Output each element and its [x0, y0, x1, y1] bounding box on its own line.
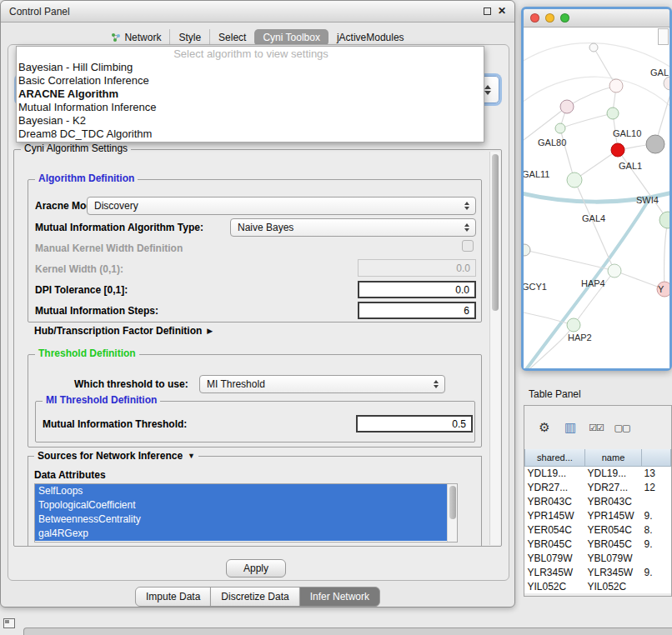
- mi-steps-input[interactable]: [358, 302, 476, 319]
- aracne-mode-combobox[interactable]: Discovery: [87, 197, 476, 215]
- node-label: GAL10: [613, 128, 641, 138]
- network-node[interactable]: [611, 143, 624, 157]
- deselect-all-icon[interactable]: ▢▢: [612, 418, 632, 438]
- table-row[interactable]: YBL079WYBL079W: [525, 551, 671, 565]
- algorithm-option[interactable]: Mutual Information Inference: [17, 101, 484, 114]
- network-node[interactable]: [664, 77, 669, 90]
- select-all-icon[interactable]: ☑☑: [586, 418, 606, 438]
- algorithm-option[interactable]: ARACNE Algorithm: [17, 88, 484, 101]
- sources-expander[interactable]: Sources for Network Inference ▼: [34, 450, 198, 462]
- network-node[interactable]: [589, 43, 598, 52]
- table-cell: YER054C: [585, 522, 642, 537]
- panel-dock-icon[interactable]: [3, 618, 15, 628]
- network-node[interactable]: [608, 264, 621, 278]
- network-edge: [530, 325, 574, 368]
- close-traffic-light[interactable]: [530, 13, 539, 22]
- settings-scrollbar[interactable]: [489, 152, 500, 545]
- table-row[interactable]: YLR345WYLR345W9.: [525, 565, 671, 579]
- network-node[interactable]: [524, 244, 530, 256]
- data-attributes-list[interactable]: SelfLoopsTopologicalCoefficientBetweenne…: [34, 483, 458, 542]
- table-row[interactable]: YBR043CYBR043C: [525, 494, 671, 508]
- network-node[interactable]: [555, 123, 565, 133]
- attribute-item[interactable]: SelfLoops: [35, 484, 447, 498]
- dpi-tolerance-input[interactable]: [358, 281, 476, 298]
- bottom-tab-impute-data[interactable]: Impute Data: [135, 587, 211, 607]
- table-row[interactable]: YER054CYER054C8.: [525, 522, 671, 537]
- table-cell: [642, 551, 671, 565]
- table-row[interactable]: YDR27...YDR27...12: [525, 480, 671, 494]
- algorithm-option[interactable]: Bayesian - Hill Climbing: [17, 61, 484, 74]
- table-row[interactable]: YPR145WYPR145W9.: [525, 508, 671, 522]
- network-edge: [560, 128, 574, 180]
- node-label: GAL11: [524, 169, 549, 179]
- attribute-item[interactable]: TopologicalCoefficient: [35, 498, 447, 512]
- bottom-tab-discretize-data[interactable]: Discretize Data: [210, 587, 299, 607]
- table-cell: [642, 579, 671, 593]
- algorithm-option[interactable]: Basic Correlation Inference: [17, 74, 484, 88]
- network-node[interactable]: [567, 172, 582, 188]
- network-node[interactable]: [567, 318, 580, 332]
- bottom-tab-infer-network[interactable]: Infer Network: [299, 587, 380, 607]
- table-panel-title: Table Panel: [529, 388, 581, 400]
- table-row[interactable]: YIL052CYIL052C: [525, 579, 671, 593]
- tab-jactivemodules[interactable]: jActiveModules: [328, 29, 413, 46]
- tab-style[interactable]: Style: [169, 29, 209, 46]
- float-window-icon[interactable]: [484, 8, 491, 15]
- column-header-2[interactable]: name: [585, 449, 642, 466]
- attributes-scrollbar-thumb[interactable]: [449, 486, 456, 519]
- network-edge: [524, 250, 614, 271]
- attribute-item[interactable]: gal4RGexp: [35, 527, 447, 541]
- node-label: GCY1: [524, 282, 547, 292]
- mi-threshold-input[interactable]: [356, 415, 473, 432]
- settings-scrollbar-thumb[interactable]: [492, 154, 499, 311]
- attribute-item[interactable]: BetweennessCentrality: [35, 512, 447, 527]
- algorithm-option[interactable]: Dream8 DC_TDC Algorithm: [17, 128, 484, 141]
- network-node[interactable]: [560, 100, 574, 113]
- table-row[interactable]: YBR045CYBR045C9.: [525, 537, 671, 551]
- table-cell: YBL079W: [525, 551, 585, 565]
- mi-threshold-label: Mutual Information Threshold:: [43, 418, 187, 430]
- tab-select[interactable]: Select: [209, 29, 254, 46]
- apply-button[interactable]: Apply: [226, 559, 286, 578]
- network-canvas[interactable]: GAL80GAL10GAL11GAL1SWI4GAL4GCY1HAP4HAP2Y…: [524, 28, 669, 368]
- gear-icon[interactable]: ⚙: [534, 418, 554, 438]
- table-cell: YDR27...: [585, 480, 642, 494]
- tab-cyni-toolbox[interactable]: Cyni Toolbox: [254, 29, 328, 46]
- minimize-traffic-light[interactable]: [545, 13, 554, 22]
- dpi-tolerance-label: DPI Tolerance [0,1]:: [35, 284, 128, 296]
- algorithm-option[interactable]: Bayesian - K2: [17, 114, 484, 128]
- network-node[interactable]: [659, 212, 669, 228]
- which-threshold-value: MI Threshold: [207, 378, 265, 390]
- network-node[interactable]: [609, 79, 623, 92]
- control-panel-titlebar[interactable]: Control Panel ✕: [1, 1, 514, 22]
- tab-network[interactable]: Network: [103, 29, 169, 46]
- column-header-3[interactable]: [642, 449, 671, 466]
- table-cell: 9.: [642, 537, 671, 551]
- tab-label: Cyni Toolbox: [263, 32, 319, 43]
- network-node[interactable]: [607, 108, 619, 119]
- data-attributes-label: Data Attributes: [34, 469, 106, 481]
- control-panel-window: Control Panel ✕ NetworkStyleSelectCyni T…: [0, 0, 515, 608]
- tab-label: jActiveModules: [337, 32, 404, 43]
- table-row[interactable]: YDL19...YDL19...13: [525, 466, 671, 480]
- column-header-1[interactable]: shared...: [525, 449, 585, 466]
- zoom-traffic-light[interactable]: [560, 13, 569, 22]
- network-edge: [614, 271, 664, 289]
- kernel-width-input: [358, 259, 476, 277]
- canvas-scrollbar[interactable]: [658, 28, 669, 45]
- table-cell: YBL079W: [585, 551, 642, 565]
- mi-type-combobox[interactable]: Naive Bayes: [230, 218, 476, 237]
- attributes-scrollbar[interactable]: [447, 484, 457, 542]
- tab-label: Select: [218, 32, 246, 43]
- which-threshold-combobox[interactable]: MI Threshold: [199, 375, 445, 393]
- network-window-titlebar[interactable]: [524, 9, 669, 28]
- dropdown-placeholder: Select algorithm to view settings: [17, 48, 484, 61]
- threshold-definition-title: Threshold Definition: [35, 348, 139, 359]
- algorithm-definition-title: Algorithm Definition: [35, 172, 138, 184]
- network-edge: [664, 220, 668, 289]
- close-window-icon[interactable]: ✕: [498, 8, 506, 15]
- hub-definition-expander[interactable]: Hub/Transcription Factor Definition ▶: [34, 325, 213, 337]
- tab-label: Network: [124, 32, 161, 43]
- columns-icon[interactable]: ▥: [560, 418, 580, 438]
- network-node[interactable]: [646, 135, 664, 153]
